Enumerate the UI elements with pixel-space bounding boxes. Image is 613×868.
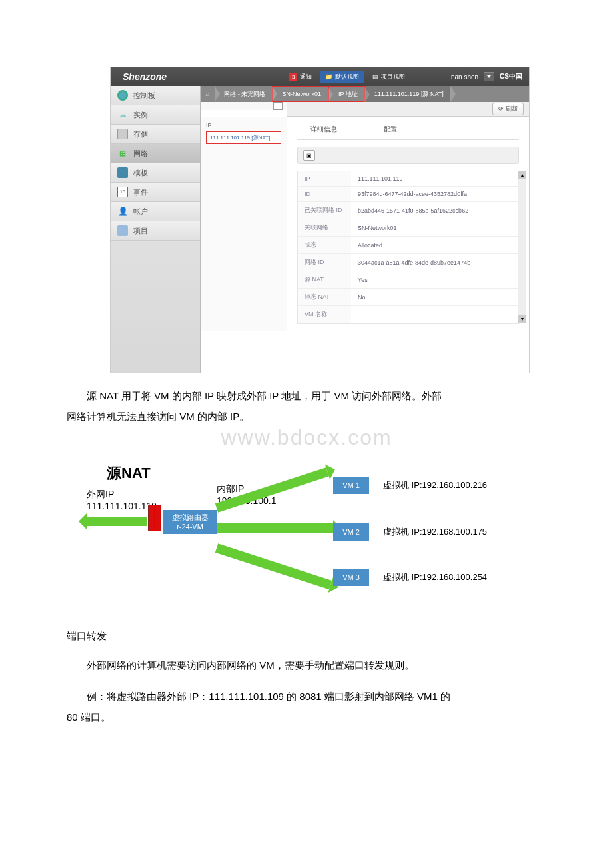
notification-badge: 3 xyxy=(289,73,297,81)
detail-row: 静态 NATNo xyxy=(298,289,518,306)
default-view-button[interactable]: 📁 默认视图 xyxy=(320,71,364,83)
refresh-button[interactable]: ⟳ 刷新 xyxy=(492,103,524,115)
breadcrumb-item[interactable]: IP 地址 xyxy=(328,86,365,102)
breadcrumb-home[interactable]: ⌂ xyxy=(201,86,215,102)
breadcrumb-item[interactable]: 111.111.101.119 [源 NAT] xyxy=(365,86,450,102)
breadcrumb-item[interactable]: SN-Network01 xyxy=(272,86,328,102)
notifications-button[interactable]: 3 通知 xyxy=(284,71,317,83)
dashboard-icon xyxy=(117,90,128,101)
refresh-icon: ⟳ xyxy=(498,105,506,112)
sidebar-item-accounts[interactable]: 👤 帐户 xyxy=(111,202,200,221)
sidebar-item-instances[interactable]: ☁ 实例 xyxy=(111,105,200,125)
detail-table: IP111.111.101.119 ID93f7984d-6477-42dd-a… xyxy=(298,171,518,323)
vm-ip-label: 虚拟机 IP:192.168.100.254 xyxy=(383,571,487,583)
diagram-title: 源NAT xyxy=(107,463,151,483)
sidebar-label: 实例 xyxy=(133,110,148,120)
detail-action-icon[interactable]: ▣ xyxy=(303,150,315,161)
tab-details[interactable]: 详细信息 xyxy=(297,123,350,135)
notif-label: 通知 xyxy=(300,73,312,81)
scroll-up-icon[interactable]: ▲ xyxy=(518,171,526,179)
cloud-icon: ☁ xyxy=(117,109,128,120)
sidebar-item-events[interactable]: 15 事件 xyxy=(111,183,200,202)
sidebar-item-templates[interactable]: 模板 xyxy=(111,163,200,183)
watermark: www.bdocx.com xyxy=(0,425,613,450)
sidebar-label: 帐户 xyxy=(133,207,148,217)
top-header: Shenzone 3 通知 📁 默认视图 ▤ 项目视图 nan shen xyxy=(111,67,529,86)
sidebar-label: 项目 xyxy=(133,226,148,236)
home-icon: ⌂ xyxy=(206,91,209,97)
network-icon: ⊞ xyxy=(117,148,128,159)
arrow-icon xyxy=(217,523,333,533)
detail-row: 网络 ID3044ac1a-a81a-4dfe-84de-d89b7ee1474… xyxy=(298,254,518,271)
router-box: 虚拟路由器 r-24-VM xyxy=(163,510,217,534)
ip-entry[interactable]: 111.111.101.119 [源NAT] xyxy=(206,131,281,144)
user-icon: 👤 xyxy=(117,206,128,217)
logo: Shenzone xyxy=(111,71,201,82)
folder-icon: 📁 xyxy=(325,73,332,80)
scroll-down-icon[interactable]: ▼ xyxy=(518,315,526,323)
calendar-icon: 15 xyxy=(117,187,128,197)
nat-diagram: 源NAT 外网IP 111.111.101.119 内部IP 192.168.1… xyxy=(67,463,546,610)
sidebar-label: 控制板 xyxy=(133,91,155,101)
sidebar-item-dashboard[interactable]: 控制板 xyxy=(111,86,200,105)
detail-row: 关联网络SN-Network01 xyxy=(298,219,518,237)
scrollbar[interactable]: ▲ ▼ xyxy=(518,171,526,323)
breadcrumb: ⌂ 网络 - 来宾网络 SN-Network01 IP 地址 111.111.1… xyxy=(201,86,529,102)
sidebar-item-storage[interactable]: 存储 xyxy=(111,125,200,144)
section-heading: 端口转发 xyxy=(67,630,546,643)
firewall-icon xyxy=(148,505,161,531)
detail-row: IP111.111.101.119 xyxy=(298,171,518,187)
view-toggle-icon[interactable] xyxy=(273,102,283,110)
arrow-icon xyxy=(215,543,332,589)
template-icon xyxy=(117,167,128,178)
detail-row: ID93f7984d-6477-42dd-acee-4352782d0ffa xyxy=(298,187,518,202)
sidebar-item-projects[interactable]: 项目 xyxy=(111,221,200,241)
user-dropdown[interactable] xyxy=(484,72,494,81)
ip-list-header: IP xyxy=(206,122,281,129)
region-label: CS中国 xyxy=(500,72,522,81)
ip-list-panel: IP 111.111.101.119 [源NAT] xyxy=(201,117,287,331)
external-ip-label: 外网IP 111.111.101.119 xyxy=(87,489,157,511)
vm-ip-label: 虚拟机 IP:192.168.100.216 xyxy=(383,479,487,491)
vm-box: VM 2 xyxy=(333,523,369,541)
sidebar-label: 事件 xyxy=(133,187,148,197)
body-paragraph-1: 源 NAT 用于将 VM 的内部 IP 映射成外部 IP 地址，用于 VM 访问… xyxy=(67,387,546,425)
detail-row: 已关联网络 IDb2abd446-1571-41f0-885b-5af1622c… xyxy=(298,202,518,219)
detail-row: VM 名称 xyxy=(298,306,518,323)
project-view-button[interactable]: ▤ 项目视图 xyxy=(367,71,410,83)
chevron-down-icon xyxy=(487,75,491,78)
app-screenshot: Shenzone 3 通知 📁 默认视图 ▤ 项目视图 nan shen xyxy=(110,67,530,373)
sidebar: 控制板 ☁ 实例 存储 ⊞ 网络 模板 xyxy=(111,86,201,373)
storage-icon xyxy=(117,129,128,139)
vm-box: VM 1 xyxy=(333,477,369,494)
detail-row: 状态Allocated xyxy=(298,237,518,254)
breadcrumb-item[interactable]: 网络 - 来宾网络 xyxy=(215,86,272,102)
list-icon: ▤ xyxy=(372,73,378,80)
arrow-icon xyxy=(87,517,147,526)
body-paragraph-2: 外部网络的计算机需要访问内部网络的 VM，需要手动配置端口转发规则。 xyxy=(67,656,546,674)
username-label: nan shen xyxy=(451,73,478,81)
sidebar-label: 模板 xyxy=(133,168,148,178)
tab-config[interactable]: 配置 xyxy=(370,123,410,135)
vm-box: VM 3 xyxy=(333,569,369,586)
vm-ip-label: 虚拟机 IP:192.168.100.175 xyxy=(383,526,487,538)
body-paragraph-3: 例：将虚拟路由器外部 IP：111.111.101.109 的 8081 端口影… xyxy=(67,687,546,726)
detail-row: 源 NATYes xyxy=(298,271,518,289)
folder-icon xyxy=(117,225,128,236)
sidebar-label: 网络 xyxy=(133,149,148,159)
sidebar-label: 存储 xyxy=(133,129,148,139)
sidebar-item-network[interactable]: ⊞ 网络 xyxy=(111,144,200,163)
